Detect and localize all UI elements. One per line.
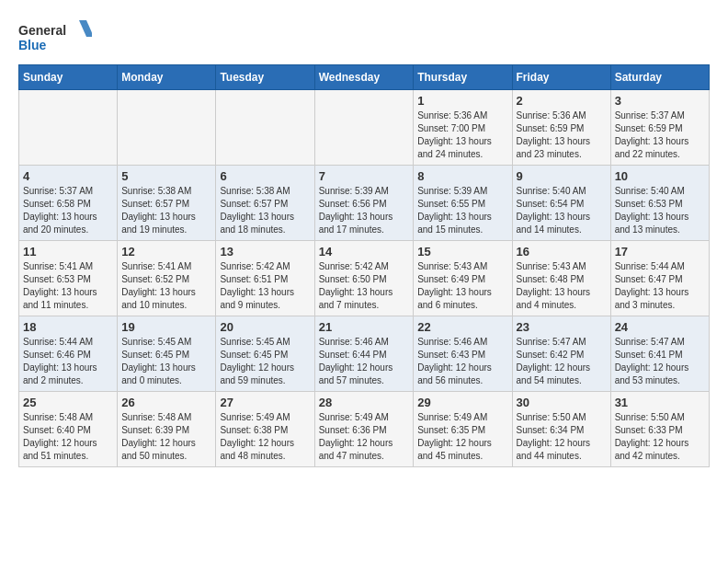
calendar-cell: 11Sunrise: 5:41 AM Sunset: 6:53 PM Dayli… [19, 241, 118, 316]
day-number: 15 [417, 245, 507, 259]
day-info: Sunrise: 5:37 AM Sunset: 6:59 PM Dayligh… [615, 109, 705, 161]
day-number: 2 [517, 94, 607, 108]
calendar-cell: 30Sunrise: 5:50 AM Sunset: 6:34 PM Dayli… [512, 392, 610, 467]
day-info: Sunrise: 5:41 AM Sunset: 6:52 PM Dayligh… [121, 260, 211, 312]
day-number: 13 [220, 245, 310, 259]
column-header-wednesday: Wednesday [314, 65, 414, 90]
day-info: Sunrise: 5:50 AM Sunset: 6:34 PM Dayligh… [517, 411, 607, 463]
day-number: 24 [615, 320, 705, 334]
day-number: 27 [220, 396, 310, 409]
day-info: Sunrise: 5:49 AM Sunset: 6:38 PM Dayligh… [220, 411, 310, 463]
day-number: 14 [319, 245, 410, 259]
day-number: 21 [319, 320, 410, 334]
day-info: Sunrise: 5:50 AM Sunset: 6:33 PM Dayligh… [615, 411, 705, 463]
calendar-cell [216, 90, 314, 166]
calendar-cell [118, 90, 216, 166]
calendar-cell: 10Sunrise: 5:40 AM Sunset: 6:53 PM Dayli… [610, 166, 709, 241]
day-number: 1 [417, 94, 507, 108]
calendar-cell: 3Sunrise: 5:37 AM Sunset: 6:59 PM Daylig… [610, 90, 709, 166]
day-number: 6 [220, 169, 310, 183]
calendar-cell: 13Sunrise: 5:42 AM Sunset: 6:51 PM Dayli… [216, 241, 314, 316]
week-row-4: 18Sunrise: 5:44 AM Sunset: 6:46 PM Dayli… [19, 316, 710, 392]
calendar-cell: 23Sunrise: 5:47 AM Sunset: 6:42 PM Dayli… [512, 316, 610, 392]
day-info: Sunrise: 5:44 AM Sunset: 6:46 PM Dayligh… [23, 336, 113, 387]
day-info: Sunrise: 5:47 AM Sunset: 6:42 PM Dayligh… [517, 336, 607, 387]
day-number: 31 [615, 396, 705, 409]
day-number: 17 [615, 245, 705, 259]
column-header-thursday: Thursday [414, 65, 512, 90]
day-number: 12 [121, 245, 211, 259]
day-info: Sunrise: 5:39 AM Sunset: 6:56 PM Dayligh… [319, 185, 410, 236]
calendar-cell: 5Sunrise: 5:38 AM Sunset: 6:57 PM Daylig… [118, 166, 216, 241]
day-number: 5 [121, 169, 211, 183]
week-row-3: 11Sunrise: 5:41 AM Sunset: 6:53 PM Dayli… [19, 241, 710, 316]
day-number: 29 [417, 396, 507, 409]
day-number: 3 [615, 94, 705, 108]
column-header-friday: Friday [512, 65, 610, 90]
day-number: 28 [319, 396, 410, 409]
calendar-cell [19, 90, 118, 166]
day-info: Sunrise: 5:42 AM Sunset: 6:50 PM Dayligh… [319, 260, 410, 312]
calendar-cell: 17Sunrise: 5:44 AM Sunset: 6:47 PM Dayli… [610, 241, 709, 316]
day-info: Sunrise: 5:47 AM Sunset: 6:41 PM Dayligh… [615, 336, 705, 387]
calendar-cell: 27Sunrise: 5:49 AM Sunset: 6:38 PM Dayli… [216, 392, 314, 467]
calendar-cell: 22Sunrise: 5:46 AM Sunset: 6:43 PM Dayli… [414, 316, 512, 392]
calendar-cell: 26Sunrise: 5:48 AM Sunset: 6:39 PM Dayli… [118, 392, 216, 467]
calendar-cell: 18Sunrise: 5:44 AM Sunset: 6:46 PM Dayli… [19, 316, 118, 392]
calendar-cell: 21Sunrise: 5:46 AM Sunset: 6:44 PM Dayli… [314, 316, 414, 392]
column-header-sunday: Sunday [19, 65, 118, 90]
svg-text:General: General [18, 23, 66, 38]
day-info: Sunrise: 5:46 AM Sunset: 6:44 PM Dayligh… [319, 336, 410, 387]
day-info: Sunrise: 5:48 AM Sunset: 6:40 PM Dayligh… [23, 411, 113, 463]
calendar-cell: 4Sunrise: 5:37 AM Sunset: 6:58 PM Daylig… [19, 166, 118, 241]
day-number: 9 [517, 169, 607, 183]
week-row-2: 4Sunrise: 5:37 AM Sunset: 6:58 PM Daylig… [19, 166, 710, 241]
day-info: Sunrise: 5:46 AM Sunset: 6:43 PM Dayligh… [417, 336, 507, 387]
column-header-saturday: Saturday [610, 65, 709, 90]
week-row-1: 1Sunrise: 5:36 AM Sunset: 7:00 PM Daylig… [19, 90, 710, 166]
day-number: 11 [23, 245, 113, 259]
day-info: Sunrise: 5:42 AM Sunset: 6:51 PM Dayligh… [220, 260, 310, 312]
day-number: 23 [517, 320, 607, 334]
logo-svg: General Blue [18, 18, 92, 55]
day-info: Sunrise: 5:40 AM Sunset: 6:54 PM Dayligh… [517, 185, 607, 236]
page-header: General Blue [18, 18, 710, 55]
day-number: 30 [517, 396, 607, 409]
calendar-cell: 24Sunrise: 5:47 AM Sunset: 6:41 PM Dayli… [610, 316, 709, 392]
day-info: Sunrise: 5:45 AM Sunset: 6:45 PM Dayligh… [121, 336, 211, 387]
day-info: Sunrise: 5:36 AM Sunset: 6:59 PM Dayligh… [517, 109, 607, 161]
day-number: 18 [23, 320, 113, 334]
day-number: 22 [417, 320, 507, 334]
day-number: 16 [517, 245, 607, 259]
day-info: Sunrise: 5:48 AM Sunset: 6:39 PM Dayligh… [121, 411, 211, 463]
column-header-tuesday: Tuesday [216, 65, 314, 90]
calendar-cell: 6Sunrise: 5:38 AM Sunset: 6:57 PM Daylig… [216, 166, 314, 241]
day-info: Sunrise: 5:41 AM Sunset: 6:53 PM Dayligh… [23, 260, 113, 312]
calendar-cell: 1Sunrise: 5:36 AM Sunset: 7:00 PM Daylig… [414, 90, 512, 166]
day-number: 7 [319, 169, 410, 183]
day-info: Sunrise: 5:36 AM Sunset: 7:00 PM Dayligh… [417, 109, 507, 161]
day-info: Sunrise: 5:37 AM Sunset: 6:58 PM Dayligh… [23, 185, 113, 236]
svg-text:Blue: Blue [18, 38, 47, 52]
day-info: Sunrise: 5:44 AM Sunset: 6:47 PM Dayligh… [615, 260, 705, 312]
calendar-table: SundayMondayTuesdayWednesdayThursdayFrid… [18, 64, 710, 467]
calendar-cell: 15Sunrise: 5:43 AM Sunset: 6:49 PM Dayli… [414, 241, 512, 316]
header-row: SundayMondayTuesdayWednesdayThursdayFrid… [19, 65, 710, 90]
day-number: 4 [23, 169, 113, 183]
logo: General Blue [18, 18, 92, 55]
column-header-monday: Monday [118, 65, 216, 90]
calendar-cell: 8Sunrise: 5:39 AM Sunset: 6:55 PM Daylig… [414, 166, 512, 241]
day-info: Sunrise: 5:43 AM Sunset: 6:49 PM Dayligh… [417, 260, 507, 312]
calendar-cell: 25Sunrise: 5:48 AM Sunset: 6:40 PM Dayli… [19, 392, 118, 467]
day-number: 8 [417, 169, 507, 183]
day-number: 20 [220, 320, 310, 334]
day-info: Sunrise: 5:49 AM Sunset: 6:35 PM Dayligh… [417, 411, 507, 463]
calendar-cell: 28Sunrise: 5:49 AM Sunset: 6:36 PM Dayli… [314, 392, 414, 467]
calendar-cell: 29Sunrise: 5:49 AM Sunset: 6:35 PM Dayli… [414, 392, 512, 467]
calendar-cell: 19Sunrise: 5:45 AM Sunset: 6:45 PM Dayli… [118, 316, 216, 392]
calendar-cell: 9Sunrise: 5:40 AM Sunset: 6:54 PM Daylig… [512, 166, 610, 241]
week-row-5: 25Sunrise: 5:48 AM Sunset: 6:40 PM Dayli… [19, 392, 710, 467]
calendar-cell: 31Sunrise: 5:50 AM Sunset: 6:33 PM Dayli… [610, 392, 709, 467]
day-info: Sunrise: 5:49 AM Sunset: 6:36 PM Dayligh… [319, 411, 410, 463]
svg-marker-2 [79, 20, 92, 37]
